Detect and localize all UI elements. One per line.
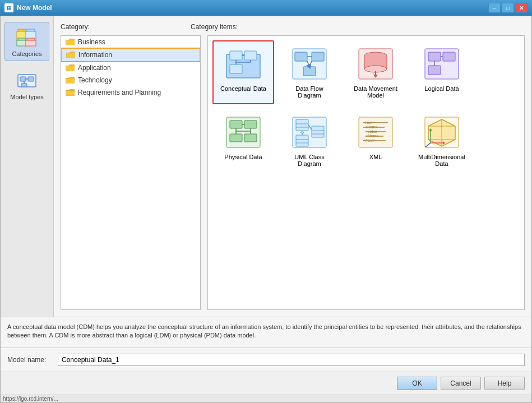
folder-icon-requirements — [66, 89, 75, 96]
model-item-conceptual-data[interactable]: Conceptual Data — [212, 40, 274, 104]
model-item-multidimensional[interactable]: MultiDimensional Data — [411, 109, 473, 173]
title-controls: − □ ✕ — [488, 3, 528, 13]
svg-rect-56 — [296, 135, 308, 146]
svg-rect-24 — [312, 52, 324, 61]
maximize-button[interactable]: □ — [502, 3, 514, 13]
svg-rect-39 — [428, 66, 441, 75]
logical-data-icon — [424, 46, 460, 82]
categories-icon — [16, 26, 38, 48]
description-text: A conceptual data model (CDM) helps you … — [7, 323, 521, 339]
sidebar-categories-label: Categories — [12, 50, 41, 57]
sidebar-item-model-types[interactable]: Model types — [4, 66, 49, 104]
model-name-label: Model name: — [7, 356, 52, 364]
model-item-physical-data[interactable]: Physical Data — [212, 109, 274, 173]
data-flow-label: Data Flow Diagram — [295, 85, 323, 99]
category-application-label: Application — [78, 64, 111, 72]
svg-rect-47 — [244, 134, 257, 142]
model-types-icon — [16, 69, 38, 91]
svg-rect-13 — [21, 84, 27, 87]
category-requirements-label: Requirements and Planning — [78, 89, 161, 96]
minimize-button[interactable]: − — [488, 3, 501, 13]
model-item-logical-data[interactable]: Logical Data — [411, 40, 473, 104]
physical-data-icon — [225, 114, 261, 150]
svg-text:</root>: </root> — [363, 138, 376, 142]
model-item-xml[interactable]: <root> <item> value </item> </root> XML — [345, 109, 406, 173]
model-name-area: Model name: — [1, 348, 531, 372]
model-item-data-flow[interactable]: Data Flow Diagram — [279, 40, 340, 104]
dialog-body: Categories Model types — [1, 16, 531, 317]
svg-rect-45 — [244, 121, 257, 128]
physical-data-label: Physical Data — [224, 154, 262, 160]
category-item-requirements[interactable]: Requirements and Planning — [61, 86, 200, 99]
svg-rect-40 — [443, 52, 455, 61]
svg-rect-10 — [28, 77, 34, 81]
sidebar: Categories Model types — [1, 16, 54, 317]
data-movement-label: Data Movement Model — [354, 85, 397, 99]
category-item-business[interactable]: Business — [61, 36, 200, 48]
svg-rect-16 — [244, 51, 257, 60]
dialog-title: New Model — [17, 4, 52, 12]
conceptual-data-label: Conceptual Data — [220, 85, 266, 92]
multidimensional-label: MultiDimensional Data — [418, 154, 465, 167]
category-panel: Business Information — [61, 35, 201, 310]
svg-text:<item>: <item> — [366, 125, 377, 129]
category-technology-label: Technology — [78, 76, 112, 84]
svg-rect-38 — [428, 52, 441, 61]
ok-button[interactable]: OK — [397, 377, 437, 390]
folder-icon-information — [66, 51, 75, 59]
svg-rect-9 — [20, 77, 26, 81]
description-area: A conceptual data model (CDM) helps you … — [1, 317, 531, 348]
svg-rect-7 — [26, 40, 36, 46]
svg-text:<root>: <root> — [363, 121, 374, 124]
svg-rect-15 — [230, 51, 242, 60]
cancel-button[interactable]: Cancel — [441, 377, 481, 390]
content-columns: Business Information — [61, 35, 525, 310]
xml-label: XML — [369, 154, 382, 160]
svg-rect-23 — [295, 52, 307, 61]
items-header-label: Category items: — [191, 23, 238, 31]
dialog: Categories Model types — [0, 16, 532, 403]
logical-data-label: Logical Data — [424, 85, 459, 92]
help-button[interactable]: Help — [484, 377, 525, 390]
content-area: Category: Category items: Business — [54, 16, 531, 317]
button-bar: OK Cancel Help — [1, 372, 531, 395]
close-button[interactable]: ✕ — [515, 3, 528, 13]
folder-icon-technology — [66, 76, 75, 84]
sidebar-item-categories[interactable]: Categories — [4, 22, 49, 61]
svg-rect-53 — [296, 119, 308, 131]
svg-rect-17 — [230, 64, 242, 73]
svg-text:value: value — [368, 129, 377, 133]
category-item-technology[interactable]: Technology — [61, 74, 200, 86]
data-flow-icon — [292, 46, 327, 82]
app-icon: ⊞ — [4, 3, 13, 12]
content-header: Category: Category items: — [61, 23, 525, 31]
title-bar: ⊞ New Model − □ ✕ — [0, 0, 532, 16]
status-bar: https://lgo.rcd.intern/... — [1, 395, 531, 402]
conceptual-data-icon — [225, 46, 261, 82]
model-name-input[interactable] — [58, 354, 525, 366]
category-business-label: Business — [78, 38, 105, 46]
model-item-data-movement[interactable]: Data Movement Model — [345, 40, 406, 104]
svg-rect-25 — [303, 67, 316, 76]
xml-icon: <root> <item> value </item> </root> — [358, 114, 394, 150]
folder-icon-business — [66, 38, 75, 46]
category-information-label: Information — [78, 51, 112, 59]
multidimensional-icon — [424, 114, 460, 150]
svg-rect-5 — [17, 40, 27, 46]
data-movement-icon — [358, 46, 394, 82]
category-header-label: Category: — [61, 23, 90, 31]
svg-text:</item>: </item> — [366, 134, 378, 138]
sidebar-model-types-label: Model types — [10, 94, 43, 100]
status-text: https://lgo.rcd.intern/... — [3, 396, 58, 402]
model-item-uml-class[interactable]: UML Class Diagram — [279, 109, 340, 173]
category-item-application[interactable]: Application — [61, 62, 200, 74]
svg-rect-44 — [230, 121, 242, 128]
folder-icon-application — [66, 64, 75, 72]
uml-class-icon — [292, 114, 327, 150]
items-panel: Conceptual Data — [207, 35, 525, 310]
svg-rect-61 — [312, 126, 324, 137]
uml-class-label: UML Class Diagram — [294, 154, 324, 167]
category-item-information[interactable]: Information — [61, 48, 200, 62]
svg-rect-46 — [230, 134, 242, 142]
